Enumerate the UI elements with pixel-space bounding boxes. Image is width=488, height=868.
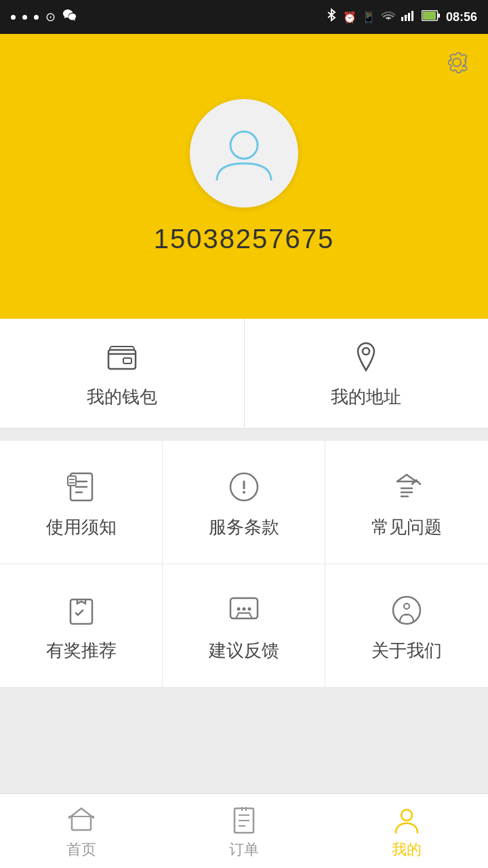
status-dot-2 xyxy=(22,15,27,20)
status-dot-1 xyxy=(11,15,16,20)
faq-button[interactable]: 常见问题 xyxy=(325,441,488,564)
svg-point-33 xyxy=(242,608,245,611)
wallet-label: 我的钱包 xyxy=(87,385,157,409)
address-button[interactable]: 我的地址 xyxy=(245,319,489,428)
camera-icon: ⊙ xyxy=(45,9,56,24)
svg-rect-3 xyxy=(411,11,413,21)
tab-home[interactable]: 首页 xyxy=(0,794,163,868)
tab-orders-label: 订单 xyxy=(229,840,259,860)
status-dot-3 xyxy=(34,15,39,20)
referral-label: 有奖推荐 xyxy=(46,639,117,663)
service-terms-label: 服务条款 xyxy=(209,515,279,539)
user-phone: 15038257675 xyxy=(154,224,335,254)
section-divider xyxy=(0,429,488,441)
svg-point-35 xyxy=(393,597,420,624)
status-bar: ⊙ ⏰ 📱 xyxy=(0,0,488,34)
battery-icon xyxy=(422,10,441,24)
svg-point-32 xyxy=(237,608,240,611)
svg-rect-16 xyxy=(68,476,76,486)
status-bar-right: ⏰ 📱 4G xyxy=(325,8,477,26)
about-us-button[interactable]: 关于我们 xyxy=(325,564,488,687)
grid-menu: 使用须知 服务条款 常见问题 有奖推荐 xyxy=(0,441,488,687)
wechat-icon xyxy=(62,8,77,26)
svg-line-29 xyxy=(416,480,420,484)
usage-notice-label: 使用须知 xyxy=(46,515,117,539)
feedback-label: 建议反馈 xyxy=(209,639,279,663)
settings-button[interactable] xyxy=(442,47,472,80)
address-label: 我的地址 xyxy=(331,385,401,409)
wifi-icon xyxy=(381,10,396,24)
feedback-button[interactable]: 建议反馈 xyxy=(163,564,325,687)
service-terms-button[interactable]: 服务条款 xyxy=(163,441,325,564)
tab-orders[interactable]: 订单 xyxy=(163,794,325,868)
svg-text:4G: 4G xyxy=(404,14,409,18)
tab-mine-label: 我的 xyxy=(392,840,422,860)
svg-point-21 xyxy=(243,491,245,494)
phone-icon: 📱 xyxy=(362,11,375,24)
about-us-label: 关于我们 xyxy=(371,639,442,663)
svg-point-34 xyxy=(247,608,251,611)
tab-bar: 首页 订单 我的 xyxy=(0,793,488,868)
svg-rect-0 xyxy=(401,17,403,21)
alarm-icon: ⏰ xyxy=(343,11,357,24)
usage-notice-button[interactable]: 使用须知 xyxy=(0,441,163,564)
tab-mine[interactable]: 我的 xyxy=(325,794,488,868)
bluetooth-icon xyxy=(325,8,338,26)
wallet-button[interactable]: 我的钱包 xyxy=(0,319,245,428)
svg-point-36 xyxy=(404,604,409,609)
signal-icon: 4G xyxy=(401,10,416,24)
svg-point-49 xyxy=(401,810,412,821)
svg-point-11 xyxy=(363,348,369,355)
status-bar-left: ⊙ xyxy=(11,8,77,26)
avatar[interactable] xyxy=(190,99,298,208)
faq-label: 常见问题 xyxy=(371,515,442,539)
svg-rect-10 xyxy=(123,358,131,363)
quick-actions-row: 我的钱包 我的地址 xyxy=(0,319,488,429)
content-spacer xyxy=(0,687,488,793)
referral-button[interactable]: 有奖推荐 xyxy=(0,564,163,687)
svg-rect-6 xyxy=(423,12,436,20)
profile-header: 15038257675 xyxy=(0,34,488,319)
svg-rect-7 xyxy=(438,14,440,18)
svg-line-22 xyxy=(397,475,407,481)
tab-home-label: 首页 xyxy=(66,840,96,860)
status-time: 08:56 xyxy=(446,10,477,24)
svg-point-8 xyxy=(230,132,258,159)
